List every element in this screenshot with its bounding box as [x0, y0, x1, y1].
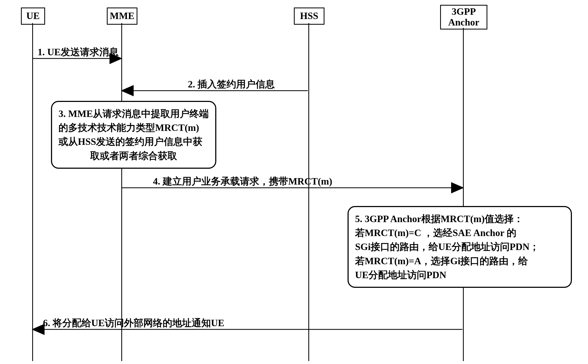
note-step-5: 5. 3GPP Anchor根据MRCT(m)值选择： 若MRCT(m)=C ，…: [348, 206, 572, 288]
label-m2: 2. 插入签约用户信息: [188, 78, 275, 91]
label-m1: 1. UE发送请求消息: [38, 46, 119, 59]
note3-line2: 的多技术技术能力类型MRCT(m): [59, 121, 209, 135]
actor-ue-label: UE: [26, 11, 40, 21]
lifeline-hss: [308, 23, 309, 361]
note5-line4: 若MRCT(m)=A，选择Gi接口的路由，给: [355, 254, 564, 268]
note3-line1: 3. MME从请求消息中提取用户终端: [59, 107, 209, 121]
actor-mme: MME: [107, 8, 137, 25]
note3-line3: 或从HSS发送的签约用户信息中获: [59, 135, 209, 149]
label-m6: 6. 将分配给UE访问外部网络的地址通知UE: [43, 317, 224, 330]
actor-mme-label: MME: [110, 11, 134, 21]
actor-hss-label: HSS: [300, 11, 318, 21]
note5-line5: UE分配地址访问PDN: [355, 268, 564, 282]
lifeline-ue: [32, 23, 33, 361]
note5-line3: SGi接口的路由，给UE分配地址访问PDN；: [355, 240, 564, 254]
actor-anchor-line2: Anchor: [448, 17, 479, 28]
label-m4: 4. 建立用户业务承载请求，携带MRCT(m): [153, 175, 332, 188]
actor-ue: UE: [21, 8, 45, 25]
actor-hss: HSS: [294, 8, 324, 25]
note5-line2: 若MRCT(m)=C ，选经SAE Anchor 的: [355, 226, 564, 240]
actor-3gpp-anchor-overlay: 3GPP Anchor: [440, 5, 487, 30]
lifeline-mme: [121, 23, 122, 361]
lifeline-anchor: [463, 28, 464, 361]
note3-line4: 取或者两者综合获取: [59, 149, 209, 163]
sequence-diagram: UE MME HSS 3GPP Anchor 3GPP Anchor: [0, 0, 588, 364]
note-step-3: 3. MME从请求消息中提取用户终端 的多技术技术能力类型MRCT(m) 或从H…: [51, 101, 216, 169]
actor-anchor-line1: 3GPP: [452, 6, 476, 17]
note5-line1: 5. 3GPP Anchor根据MRCT(m)值选择：: [355, 212, 564, 226]
